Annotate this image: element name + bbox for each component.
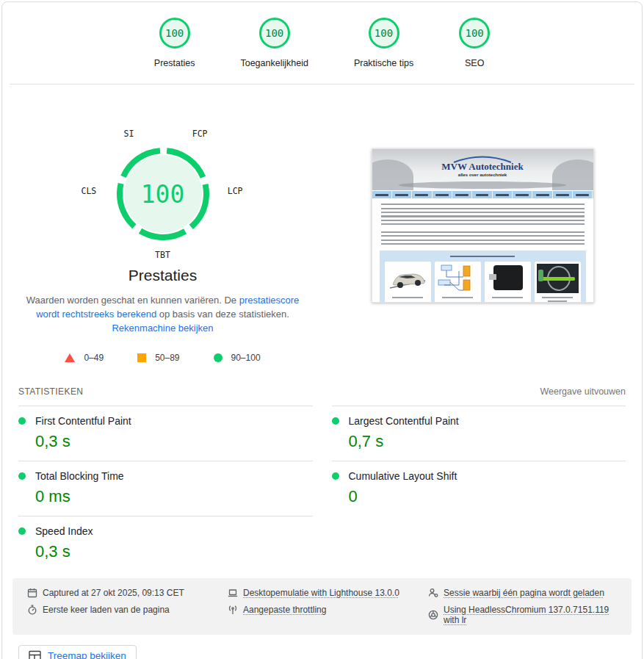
expand-view-toggle[interactable]: Weergave uitvouwen — [540, 386, 626, 397]
score-value: 100 — [375, 27, 393, 39]
metric-largest-contentful-paint: Largest Contentful Paint 0,7 s — [332, 406, 626, 461]
card-caption — [442, 297, 472, 298]
performance-section: SI FCP CLS LCP TBT 100 Prestaties Waarde… — [2, 84, 642, 379]
score-value: 100 — [165, 27, 184, 39]
preview-site-header: MVW Autotechniek alles over autotechniek — [372, 149, 593, 190]
preview-nav-item — [513, 191, 532, 198]
preview-nav-item — [472, 191, 492, 198]
preview-card-relay — [485, 262, 531, 303]
metric-label: Speed Index — [35, 525, 93, 537]
runinfo-throttling: Aangepaste throttling — [228, 605, 428, 615]
preview-card-car — [385, 262, 431, 303]
metric-label: Total Blocking Time — [35, 470, 124, 482]
preview-nav-item — [412, 191, 432, 198]
car-photo — [387, 264, 429, 293]
score-value: 100 — [265, 27, 283, 39]
gauge-column: SI FCP CLS LCP TBT 100 Prestaties Waarde… — [2, 105, 323, 363]
runinfo-load-type: Eerste keer laden van de pagina — [27, 605, 228, 615]
legend-range: 0–49 — [84, 353, 104, 363]
preview-nav-item — [433, 191, 452, 198]
score-label: Toegankelijkheid — [240, 58, 308, 68]
dashboard-bar — [541, 277, 575, 281]
preview-nav-item — [372, 191, 392, 198]
preview-nav-item — [392, 191, 412, 198]
metrics-column-left: First Contentful Paint 0,3 s Total Block… — [18, 406, 313, 571]
card-caption — [542, 297, 572, 298]
runinfo-text[interactable]: Using HeadlessChromium 137.0.7151.119 wi… — [444, 605, 617, 625]
lighthouse-report-card: 100 Prestaties 100 Toegankelijkheid 100 … — [1, 1, 643, 659]
card-caption — [548, 300, 567, 302]
preview-nav-item — [493, 191, 513, 198]
metric-total-blocking-time: Total Blocking Time 0 ms — [18, 461, 313, 516]
runinfo-text[interactable]: Sessie waarbij één pagina wordt geladen — [444, 588, 604, 598]
metric-label: First Contentful Paint — [35, 415, 131, 427]
treemap-button[interactable]: Treemap bekijken — [18, 645, 137, 659]
category-scores-row: 100 Prestaties 100 Toegankelijkheid 100 … — [2, 2, 642, 84]
preview-car-shape — [399, 181, 567, 189]
metric-speed-index: Speed Index 0,3 s — [18, 516, 313, 571]
score-label: Prestaties — [154, 58, 195, 68]
score-circle: 100 — [159, 18, 190, 48]
pass-dot-icon — [18, 472, 26, 480]
site-screenshot-preview: MVW Autotechniek alles over autotechniek — [372, 148, 594, 303]
runinfo-column: Captured at 27 okt 2025, 09:13 CET Eerst… — [27, 588, 228, 625]
performance-description: Waarden worden geschat en kunnen variëre… — [17, 293, 309, 335]
metric-value: 0 — [349, 487, 626, 506]
metric-header: Total Blocking Time — [18, 470, 313, 482]
wiring-diagram — [437, 264, 479, 293]
stopwatch-icon — [27, 605, 37, 615]
score-label: SEO — [465, 58, 484, 68]
runinfo-text: Eerste keer laden van de pagina — [43, 605, 170, 615]
score-category-toegankelijkheid[interactable]: 100 Toegankelijkheid — [240, 18, 308, 68]
preview-paragraph — [381, 204, 585, 226]
metric-first-contentful-paint: First Contentful Paint 0,3 s — [18, 406, 313, 461]
preview-nav-item — [553, 191, 573, 198]
gauge-score-value: 100 — [114, 145, 212, 243]
dashboard-photo — [537, 264, 579, 293]
preview-body-text — [372, 198, 593, 246]
runinfo-text[interactable]: Aangepaste throttling — [243, 605, 326, 615]
preview-card-diagram — [435, 262, 481, 303]
metric-header: Largest Contentful Paint — [332, 415, 626, 427]
runinfo-session: Sessie waarbij één pagina wordt geladen — [428, 588, 617, 598]
metric-value: 0,3 s — [35, 432, 313, 451]
statistics-section: STATISTIEKEN Weergave uitvouwen First Co… — [2, 379, 642, 571]
statistics-header-row: STATISTIEKEN Weergave uitvouwen — [2, 379, 642, 406]
pass-dot-icon — [18, 527, 26, 535]
metric-header: Cumulative Layout Shift — [332, 470, 626, 482]
gauge-metric-cls: CLS — [82, 186, 97, 196]
preview-panel-caption — [450, 256, 515, 257]
performance-title: Prestaties — [2, 267, 323, 284]
metric-value: 0,7 s — [349, 432, 626, 451]
card-caption — [392, 297, 422, 298]
legend-range: 50–89 — [155, 353, 179, 363]
metric-header: First Contentful Paint — [18, 415, 313, 427]
score-category-prestaties[interactable]: 100 Prestaties — [154, 18, 195, 68]
relay-photo — [487, 264, 529, 293]
preview-nav-bar — [372, 190, 593, 198]
preview-site-subtitle: alles over autotechniek — [372, 173, 593, 177]
treemap-icon — [29, 650, 41, 659]
preview-nav-item — [573, 191, 593, 198]
score-circle: 100 — [369, 18, 399, 48]
runinfo-emulation: Desktopemulatie with Lighthouse 13.0.0 — [228, 588, 428, 598]
treemap-button-label: Treemap bekijken — [48, 650, 126, 659]
description-text: Waarden worden geschat en kunnen variëre… — [26, 295, 239, 306]
score-legend: 0–49 50–89 90–100 — [2, 353, 323, 363]
runinfo-column: Desktopemulatie with Lighthouse 13.0.0 A… — [228, 588, 428, 625]
calculator-link[interactable]: Rekenmachine bekijken — [112, 323, 213, 334]
metric-cumulative-layout-shift: Cumulative Layout Shift 0 — [332, 461, 626, 516]
relay-body — [493, 265, 523, 290]
average-square-icon — [137, 353, 146, 362]
metrics-grid: First Contentful Paint 0,3 s Total Block… — [2, 406, 642, 571]
session-person-icon — [428, 588, 438, 598]
runinfo-text[interactable]: Desktopemulatie with Lighthouse 13.0.0 — [243, 588, 399, 598]
score-category-seo[interactable]: 100 SEO — [459, 18, 490, 68]
gauge-metric-si: SI — [124, 129, 134, 139]
antenna-icon — [228, 605, 238, 615]
score-category-praktische-tips[interactable]: 100 Praktische tips — [354, 18, 413, 68]
preview-paragraph — [381, 231, 585, 246]
preview-card-row — [383, 262, 582, 303]
performance-gauge: SI FCP CLS LCP TBT 100 — [114, 145, 212, 243]
pass-dot-icon — [18, 417, 26, 425]
